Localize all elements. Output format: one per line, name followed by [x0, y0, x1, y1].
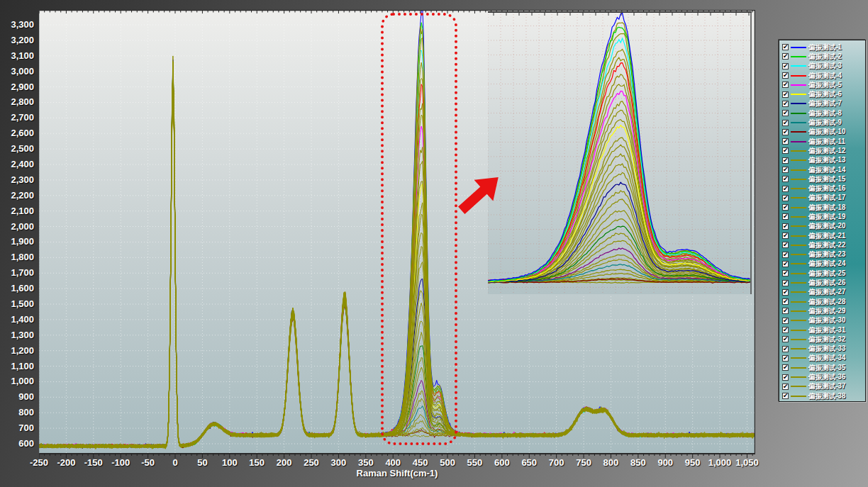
legend-item[interactable]: ✔偏振测试-38 [782, 391, 865, 401]
legend-color-swatch [791, 254, 806, 255]
legend-item[interactable]: ✔偏振测试-6 [782, 89, 865, 99]
legend-color-swatch [791, 65, 806, 67]
legend-item[interactable]: ✔偏振测试-7 [782, 99, 865, 108]
legend-item[interactable]: ✔偏振测试-1 [782, 43, 865, 52]
y-tick-label: 2,200 [0, 191, 34, 201]
legend-color-swatch [791, 367, 806, 369]
legend-item[interactable]: ✔偏振测试-19 [782, 212, 865, 221]
legend-item-label: 偏振测试-9 [808, 118, 842, 128]
legend-checkbox[interactable]: ✔ [782, 252, 789, 258]
legend-item[interactable]: ✔偏振测试-37 [782, 382, 865, 391]
y-tick-label: 800 [0, 408, 34, 418]
zoomed-peak-inset [488, 11, 752, 294]
legend-checkbox[interactable]: ✔ [782, 346, 789, 352]
legend-item[interactable]: ✔偏振测试-5 [782, 80, 865, 89]
legend-item[interactable]: ✔偏振测试-36 [782, 372, 865, 381]
legend-item-label: 偏振测试-20 [808, 221, 845, 231]
legend-color-swatch [791, 94, 806, 95]
legend-color-swatch [791, 47, 806, 48]
legend-checkbox[interactable]: ✔ [782, 53, 789, 60]
legend-item[interactable]: ✔偏振测试-16 [782, 184, 865, 193]
legend-item[interactable]: ✔偏振测试-2 [782, 52, 865, 61]
legend-item[interactable]: ✔偏振测试-12 [782, 146, 865, 155]
legend-item[interactable]: ✔偏振测试-23 [782, 250, 865, 259]
legend-checkbox[interactable]: ✔ [782, 374, 789, 381]
legend-checkbox[interactable]: ✔ [782, 280, 789, 286]
legend-item-label: 偏振测试-28 [808, 297, 845, 307]
legend-checkbox[interactable]: ✔ [782, 298, 789, 305]
legend-item[interactable]: ✔偏振测试-22 [782, 240, 865, 250]
legend-item[interactable]: ✔偏振测试-29 [782, 306, 865, 315]
legend-item-label: 偏振测试-16 [808, 184, 845, 194]
x-axis-title: Raman Shift(cm-1) [305, 468, 489, 478]
legend-checkbox[interactable]: ✔ [782, 384, 789, 390]
legend-checkbox[interactable]: ✔ [782, 63, 789, 69]
legend-checkbox[interactable]: ✔ [782, 242, 789, 248]
legend-item[interactable]: ✔偏振测试-30 [782, 316, 865, 325]
legend-item-label: 偏振测试-12 [808, 146, 845, 156]
legend-item[interactable]: ✔偏振测试-18 [782, 203, 865, 212]
legend-checkbox[interactable]: ✔ [782, 176, 789, 182]
legend-checkbox[interactable]: ✔ [782, 91, 789, 98]
legend-color-swatch [791, 320, 806, 321]
legend-checkbox[interactable]: ✔ [782, 204, 789, 211]
legend-checkbox[interactable]: ✔ [782, 157, 789, 164]
legend-item[interactable]: ✔偏振测试-25 [782, 269, 865, 278]
legend-checkbox[interactable]: ✔ [782, 270, 789, 276]
legend-item[interactable]: ✔偏振测试-4 [782, 71, 865, 80]
legend-item[interactable]: ✔偏振测试-24 [782, 259, 865, 269]
legend-checkbox[interactable]: ✔ [782, 186, 789, 192]
legend-checkbox[interactable]: ✔ [782, 101, 789, 107]
window: 6007008009001,0001,1001,2001,3001,4001,5… [0, 0, 868, 487]
legend-checkbox[interactable]: ✔ [782, 318, 789, 324]
y-tick-label: 900 [0, 392, 34, 402]
legend-item[interactable]: ✔偏振测试-31 [782, 325, 865, 335]
legend-item[interactable]: ✔偏振测试-28 [782, 297, 865, 306]
legend-checkbox[interactable]: ✔ [782, 393, 789, 399]
legend-item[interactable]: ✔偏振测试-3 [782, 62, 865, 71]
legend-checkbox[interactable]: ✔ [782, 82, 789, 88]
legend-item[interactable]: ✔偏振测试-21 [782, 231, 865, 240]
legend-checkbox[interactable]: ✔ [782, 110, 789, 116]
legend-item[interactable]: ✔偏振测试-14 [782, 165, 865, 174]
y-tick-label: 2,100 [0, 206, 34, 216]
legend-item[interactable]: ✔偏振测试-27 [782, 288, 865, 297]
legend-checkbox[interactable]: ✔ [782, 147, 789, 154]
legend-checkbox[interactable]: ✔ [782, 195, 789, 201]
legend-checkbox[interactable]: ✔ [782, 213, 789, 220]
legend-checkbox[interactable]: ✔ [782, 72, 789, 79]
legend-checkbox[interactable]: ✔ [782, 223, 789, 230]
legend-checkbox[interactable]: ✔ [782, 308, 789, 314]
legend-item-label: 偏振测试-3 [808, 61, 842, 71]
inset-plot [488, 11, 752, 294]
legend-checkbox[interactable]: ✔ [782, 364, 789, 371]
legend-item-label: 偏振测试-25 [808, 269, 845, 279]
legend-checkbox[interactable]: ✔ [782, 120, 789, 126]
legend-color-swatch [791, 225, 806, 227]
legend-checkbox[interactable]: ✔ [782, 261, 789, 267]
legend-item[interactable]: ✔偏振测试-15 [782, 174, 865, 184]
legend-checkbox[interactable]: ✔ [782, 129, 789, 135]
legend-item[interactable]: ✔偏振测试-17 [782, 194, 865, 203]
legend-item[interactable]: ✔偏振测试-13 [782, 156, 865, 165]
legend-item[interactable]: ✔偏振测试-33 [782, 345, 865, 354]
y-tick-label: 1,600 [0, 284, 34, 293]
legend-item[interactable]: ✔偏振测试-8 [782, 108, 865, 118]
legend-checkbox[interactable]: ✔ [782, 336, 789, 342]
legend-checkbox[interactable]: ✔ [782, 44, 789, 50]
legend-item[interactable]: ✔偏振测试-20 [782, 222, 865, 231]
legend-checkbox[interactable]: ✔ [782, 167, 789, 173]
legend-checkbox[interactable]: ✔ [782, 355, 789, 362]
legend-item[interactable]: ✔偏振测试-11 [782, 137, 865, 146]
legend-item[interactable]: ✔偏振测试-26 [782, 278, 865, 287]
legend-item[interactable]: ✔偏振测试-10 [782, 128, 865, 137]
legend-checkbox[interactable]: ✔ [782, 233, 789, 239]
legend-item[interactable]: ✔偏振测试-35 [782, 363, 865, 372]
legend-checkbox[interactable]: ✔ [782, 289, 789, 296]
legend-checkbox[interactable]: ✔ [782, 327, 789, 333]
legend-item[interactable]: ✔偏振测试-32 [782, 335, 865, 344]
legend-item[interactable]: ✔偏振测试-9 [782, 118, 865, 127]
legend-checkbox[interactable]: ✔ [782, 138, 789, 145]
legend-item[interactable]: ✔偏振测试-34 [782, 354, 865, 363]
legend-item-label: 偏振测试-8 [808, 108, 842, 118]
